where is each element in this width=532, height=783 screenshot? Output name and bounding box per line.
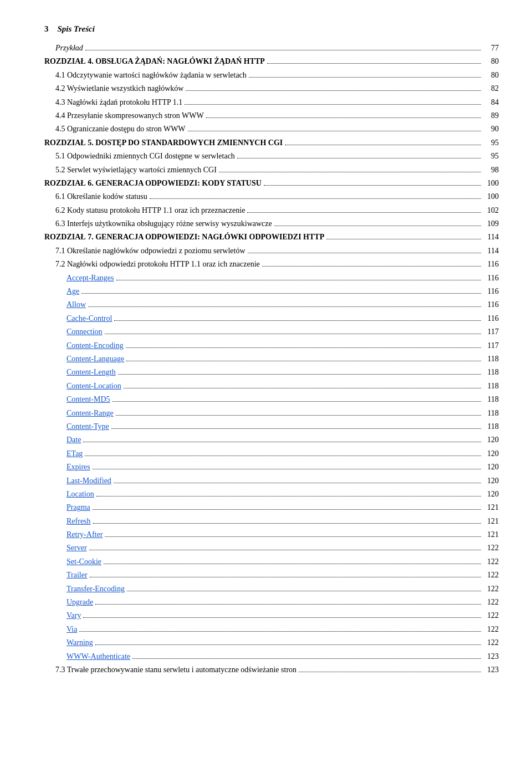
- toc-label[interactable]: Warning: [66, 638, 93, 647]
- toc-dots: [249, 77, 481, 78]
- toc-dots: [188, 131, 481, 131]
- toc-dots: [247, 212, 481, 213]
- toc-page: 121: [483, 529, 499, 541]
- toc-item: Connection117: [44, 326, 499, 338]
- toc-page: 80: [483, 69, 499, 81]
- toc-item: Przykład77: [44, 42, 499, 54]
- toc-page: 77: [483, 42, 499, 54]
- toc-page: 100: [483, 191, 499, 203]
- toc-dots: [186, 90, 481, 91]
- toc-label[interactable]: Last-Modified: [66, 477, 111, 485]
- toc-page: 122: [483, 637, 499, 649]
- toc-dots: [81, 293, 481, 294]
- toc-dots: [118, 374, 481, 375]
- toc-label[interactable]: Via: [66, 625, 77, 633]
- toc-page: 116: [483, 258, 499, 270]
- toc-page: 100: [483, 177, 499, 190]
- toc-label[interactable]: Content-Encoding: [66, 341, 124, 350]
- toc-dots: [114, 320, 481, 321]
- toc-label[interactable]: Trailer: [66, 571, 88, 579]
- toc-label[interactable]: Content-Language: [66, 355, 124, 363]
- toc-page: 95: [483, 137, 499, 149]
- toc-item: Expires120: [44, 461, 499, 473]
- toc-item: Via122: [44, 623, 499, 636]
- toc-label[interactable]: Pragma: [66, 503, 90, 511]
- toc-page: 120: [483, 434, 499, 446]
- toc-label[interactable]: Retry-After: [66, 530, 103, 539]
- toc-item: 6.1 Określanie kodów statusu100: [44, 191, 499, 203]
- toc-label[interactable]: Content-Location: [66, 382, 121, 390]
- toc-dots: [93, 469, 481, 469]
- toc-label[interactable]: Vary: [66, 611, 81, 620]
- toc-item: 5.2 Serwlet wyświetlający wartości zmien…: [44, 164, 499, 176]
- toc-dots: [105, 536, 481, 537]
- toc-page: 116: [483, 285, 499, 298]
- toc-label[interactable]: Connection: [66, 327, 103, 336]
- toc-page: 114: [483, 245, 499, 257]
- toc-item: Content-Range118: [44, 407, 499, 419]
- toc-label[interactable]: Content-Length: [66, 368, 116, 376]
- toc-label: 4.5 Ograniczanie dostępu do stron WWW: [55, 125, 186, 133]
- toc-label[interactable]: Transfer-Encoding: [66, 585, 125, 593]
- toc-dots: [219, 172, 481, 172]
- toc-dots: [274, 226, 481, 226]
- toc-dots: [126, 347, 481, 348]
- toc-page: 118: [483, 421, 499, 433]
- toc-label[interactable]: Content-Range: [66, 409, 114, 417]
- toc-label[interactable]: Location: [66, 490, 94, 498]
- toc-label[interactable]: WWW-Authenticate: [66, 652, 130, 661]
- toc-label[interactable]: Refresh: [66, 517, 91, 525]
- toc-page: 118: [483, 380, 499, 392]
- toc-dots: [112, 401, 481, 402]
- toc-item: Transfer-Encoding122: [44, 583, 499, 595]
- toc-label[interactable]: Expires: [66, 463, 90, 471]
- toc-item: Content-Location118: [44, 380, 499, 392]
- toc-label[interactable]: Date: [66, 436, 81, 444]
- toc-label[interactable]: ETag: [66, 449, 83, 458]
- toc-page: 117: [483, 326, 499, 338]
- toc-dots: [90, 577, 481, 577]
- toc-page: 102: [483, 204, 499, 217]
- toc-item: Warning122: [44, 637, 499, 649]
- toc-item: WWW-Authenticate123: [44, 651, 499, 663]
- toc-page: 98: [483, 164, 499, 176]
- toc-label: ROZDZIAŁ 6. GENERACJA ODPOWIEDZI: KODY S…: [44, 179, 262, 187]
- toc-label[interactable]: Server: [66, 544, 87, 552]
- toc-dots: [248, 253, 481, 253]
- toc-page: 122: [483, 610, 499, 622]
- toc-label[interactable]: Accept-Ranges: [66, 274, 114, 282]
- toc-page: 123: [483, 664, 499, 676]
- toc-dots: [79, 631, 481, 632]
- toc-dots: [83, 442, 481, 442]
- toc-label[interactable]: Cache-Control: [66, 314, 112, 323]
- toc-dots: [299, 672, 481, 672]
- toc-label[interactable]: Upgrade: [66, 598, 93, 606]
- toc-page: 80: [483, 55, 499, 68]
- toc-label[interactable]: Age: [66, 287, 79, 295]
- toc-label: 7.3 Trwałe przechowywanie stanu serwletu…: [55, 666, 296, 674]
- toc-item: Vary122: [44, 610, 499, 622]
- toc-item: Content-MD5118: [44, 393, 499, 406]
- toc-item: Server122: [44, 542, 499, 554]
- toc-dots: [185, 104, 481, 105]
- toc-item: Content-Language118: [44, 353, 499, 365]
- toc-item: 4.5 Ograniczanie dostępu do stron WWW90: [44, 123, 499, 135]
- toc-page: 121: [483, 515, 499, 528]
- toc-label[interactable]: Set-Cookie: [66, 557, 101, 566]
- toc-label[interactable]: Content-Type: [66, 422, 109, 431]
- toc-dots: [267, 63, 481, 64]
- toc-page: 114: [483, 231, 499, 243]
- toc-dots: [95, 604, 481, 605]
- toc-dots: [285, 145, 481, 145]
- toc-label[interactable]: Content-MD5: [66, 395, 110, 403]
- toc-item: ROZDZIAŁ 5. DOSTĘP DO STANDARDOWYCH ZMIE…: [44, 137, 499, 149]
- toc-page: 123: [483, 651, 499, 663]
- toc-item: 6.2 Kody statusu protokołu HTTP 1.1 oraz…: [44, 204, 499, 217]
- toc-dots: [104, 564, 481, 564]
- toc-item: 4.2 Wyświetlanie wszystkich nagłówków82: [44, 83, 499, 95]
- toc-item: 6.3 Interfejs użytkownika obsługujący ró…: [44, 218, 499, 230]
- toc-item: Last-Modified120: [44, 475, 499, 487]
- toc-item: ETag120: [44, 448, 499, 460]
- toc-label: ROZDZIAŁ 7. GENERACJA ODPOWIEDZI: NAGŁÓW…: [44, 233, 324, 241]
- toc-label[interactable]: Allow: [66, 300, 86, 309]
